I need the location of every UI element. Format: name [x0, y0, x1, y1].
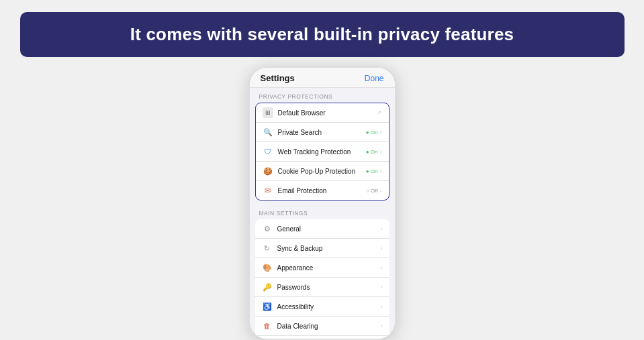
row-label-appearance: Appearance [277, 264, 381, 272]
chevron-accessibility: › [381, 303, 383, 310]
row-label-private-search: Private Search [278, 129, 366, 136]
section-privacy: PRIVACY PROTECTIONS ⊞ Default Browser ↗ … [250, 88, 395, 201]
chevron-data: › [381, 323, 383, 329]
section-main: MAIN SETTINGS ⚙ General › ↻ Sync & Backu… [250, 205, 395, 340]
row-private-search[interactable]: 🔍 Private Search ● On › [256, 123, 389, 142]
chevron-general: › [381, 225, 383, 232]
row-label-accessibility: Accessibility [277, 303, 381, 310]
section-group-main: ⚙ General › ↻ Sync & Backup › 🎨 Appearan… [255, 219, 389, 340]
settings-title: Settings [261, 73, 295, 83]
row-passwords[interactable]: 🔑 Passwords › [255, 278, 389, 297]
row-label-general: General [277, 225, 381, 233]
email-icon: ✉ [263, 185, 273, 196]
private-search-status: ● On [366, 129, 378, 135]
row-label-sync: Sync & Backup [277, 245, 381, 252]
email-status: ○ Off [366, 188, 378, 194]
row-label-data: Data Clearing [277, 323, 381, 330]
gear-icon: ⚙ [262, 223, 273, 234]
chevron-email: › [380, 187, 382, 194]
section-label-main: MAIN SETTINGS [250, 205, 395, 219]
chevron-private-search: › [380, 129, 382, 135]
header-banner: It comes with several built-in privacy f… [20, 12, 625, 57]
settings-content: PRIVACY PROTECTIONS ⊞ Default Browser ↗ … [250, 88, 395, 340]
phone-topbar: Settings Done [250, 68, 395, 88]
row-duck-player[interactable]: 🦆 Duck Player › [255, 336, 389, 340]
search-icon: 🔍 [263, 127, 273, 137]
row-accessibility[interactable]: ♿ Accessibility › [255, 297, 389, 317]
section-label-privacy: PRIVACY PROTECTIONS [250, 88, 395, 103]
row-label-email: Email Protection [278, 187, 366, 194]
sync-icon: ↻ [262, 243, 273, 253]
row-web-tracking[interactable]: 🛡 Web Tracking Protection ● On › [256, 142, 389, 162]
external-link-icon: ↗ [377, 109, 382, 116]
section-group-privacy: ⊞ Default Browser ↗ 🔍 Private Search ● O… [255, 103, 389, 201]
web-tracking-status: ● On [366, 149, 378, 155]
header-title: It comes with several built-in privacy f… [40, 24, 604, 45]
row-label-browser: Default Browser [278, 109, 377, 117]
data-icon: 🗑 [262, 321, 273, 331]
cookie-status: ● On [366, 168, 378, 174]
row-cookie-protection[interactable]: 🍪 Cookie Pop-Up Protection ● On › [256, 162, 389, 181]
row-default-browser[interactable]: ⊞ Default Browser ↗ [256, 103, 389, 123]
row-label-passwords: Passwords [277, 284, 381, 291]
shield-icon: 🛡 [263, 146, 273, 157]
row-label-web-tracking: Web Tracking Protection [278, 148, 366, 156]
row-sync[interactable]: ↻ Sync & Backup › [255, 239, 389, 258]
row-appearance[interactable]: 🎨 Appearance › [255, 258, 389, 278]
row-general[interactable]: ⚙ General › [255, 219, 389, 239]
browser-icon: ⊞ [263, 107, 273, 118]
chevron-appearance: › [381, 264, 383, 271]
key-icon: 🔑 [262, 282, 273, 292]
chevron-passwords: › [381, 284, 383, 290]
chevron-web-tracking: › [380, 148, 382, 155]
chevron-sync: › [381, 245, 383, 251]
row-data-clearing[interactable]: 🗑 Data Clearing › [255, 317, 389, 336]
row-label-cookie: Cookie Pop-Up Protection [278, 168, 366, 175]
accessibility-icon: ♿ [262, 301, 273, 312]
chevron-cookie: › [380, 168, 382, 174]
done-button[interactable]: Done [365, 74, 384, 83]
row-email-protection[interactable]: ✉ Email Protection ○ Off › [256, 181, 389, 200]
cookie-icon: 🍪 [263, 166, 273, 176]
appearance-icon: 🎨 [262, 262, 273, 273]
phone-mockup: Settings Done PRIVACY PROTECTIONS ⊞ Defa… [248, 66, 396, 340]
